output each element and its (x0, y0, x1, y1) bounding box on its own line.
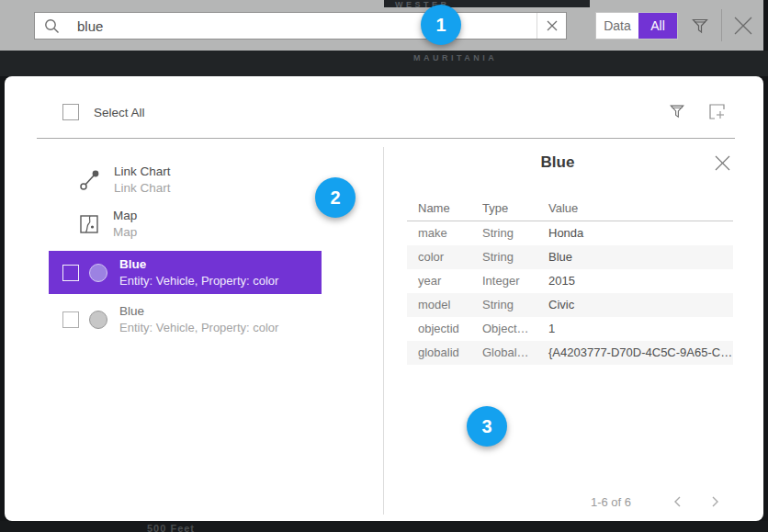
cell-value: Honda (548, 221, 583, 245)
map-country-label: MAURITANIA (413, 53, 497, 62)
pagination-label: 1-6 of 6 (556, 494, 666, 511)
select-all-checkbox[interactable] (62, 104, 79, 120)
cell-value: 1 (548, 317, 555, 341)
table-row: globalid Global… {A4203777-D70D-4C5C-9A6… (407, 341, 733, 365)
cell-value: 2015 (548, 269, 575, 293)
result-title: Blue (119, 303, 278, 320)
cell-name: make (418, 221, 447, 245)
result-text: Link Chart Link Chart (114, 164, 171, 197)
cell-name: globalid (418, 341, 459, 365)
add-to-selection-icon[interactable] (708, 103, 726, 120)
search-scope-toggle: Data All (595, 12, 678, 40)
result-text: Blue Entity: Vehicle, Property: color (119, 303, 278, 336)
result-subtitle: Map (113, 224, 137, 241)
annotation-badge-3: 3 (467, 406, 507, 447)
column-header-value: Value (548, 201, 578, 215)
results-filter-icon[interactable] (669, 103, 685, 119)
cell-type: Global… (482, 341, 529, 365)
search-toolbar: Data All (0, 0, 763, 51)
result-subtitle: Entity: Vehicle, Property: color (119, 273, 278, 289)
result-row-blue[interactable]: Blue Entity: Vehicle, Property: color (49, 299, 322, 340)
scope-option-all[interactable]: All (638, 13, 677, 39)
search-clear-button[interactable] (536, 13, 566, 39)
column-header-type: Type (482, 201, 508, 215)
entity-circle-icon (89, 311, 107, 329)
result-text: Blue Entity: Vehicle, Property: color (119, 256, 278, 289)
detail-title: Blue (383, 153, 732, 172)
table-row: color String Blue (407, 245, 733, 269)
list-detail-divider (383, 147, 384, 515)
cell-type: String (482, 293, 514, 317)
map-icon (80, 215, 98, 233)
attribute-table: make String Honda color String Blue year… (407, 221, 733, 365)
cell-name: objectid (418, 317, 459, 341)
select-all-label: Select All (94, 105, 145, 121)
result-title: Blue (119, 256, 278, 273)
filter-icon[interactable] (691, 17, 709, 35)
result-row-map[interactable]: Map Map (80, 208, 137, 241)
toolbar-divider (721, 9, 722, 41)
map-background-bottom: 500 Feet (0, 521, 768, 532)
result-checkbox[interactable] (62, 311, 79, 328)
result-title: Map (113, 208, 137, 224)
panel-header-divider (37, 138, 735, 139)
entity-circle-icon (89, 264, 107, 282)
cell-type: String (482, 245, 514, 269)
detail-close-icon[interactable] (715, 155, 730, 171)
app-screen: MAURITANIA 500 Feet Data All WESTER (0, 0, 768, 532)
cell-type: String (482, 221, 514, 245)
cell-value: Civic (548, 293, 574, 317)
table-row: year Integer 2015 (407, 269, 733, 293)
result-checkbox[interactable] (62, 265, 79, 281)
result-row-blue-selected[interactable]: Blue Entity: Vehicle, Property: color (49, 251, 322, 294)
result-row-link-chart[interactable]: Link Chart Link Chart (79, 164, 171, 197)
pagination-next-icon[interactable] (708, 495, 721, 508)
search-field[interactable] (34, 12, 567, 40)
result-subtitle: Entity: Vehicle, Property: color (119, 320, 278, 336)
map-scale-label: 500 Feet (147, 523, 195, 532)
pagination-prev-icon[interactable] (672, 495, 684, 508)
annotation-badge-2: 2 (315, 177, 356, 218)
cell-value: Blue (548, 245, 572, 269)
table-row: model String Civic (407, 293, 733, 317)
cell-type: Object… (482, 317, 529, 341)
scope-option-data[interactable]: Data (596, 13, 638, 39)
map-background-top: WESTER (384, 0, 590, 7)
cell-name: year (418, 269, 441, 293)
map-background: MAURITANIA (0, 51, 768, 76)
table-row: objectid Object… 1 (407, 317, 733, 341)
result-title: Link Chart (114, 164, 171, 180)
cell-value: {A4203777-D70D-4C5C-9A65-C… (548, 341, 732, 365)
column-header-name: Name (418, 201, 450, 215)
search-input[interactable] (68, 18, 536, 34)
result-subtitle: Link Chart (114, 180, 171, 197)
annotation-badge-1: 1 (421, 5, 461, 45)
result-text: Map Map (113, 208, 137, 241)
cell-name: color (418, 245, 444, 269)
search-results-panel: Select All Link Chart Link Chart Map Ma (5, 76, 763, 521)
table-row: make String Honda (407, 221, 733, 245)
link-chart-icon (79, 169, 101, 191)
cell-name: model (418, 293, 450, 317)
search-icon (35, 18, 68, 34)
search-close-icon[interactable] (732, 15, 754, 37)
cell-type: Integer (482, 269, 519, 293)
